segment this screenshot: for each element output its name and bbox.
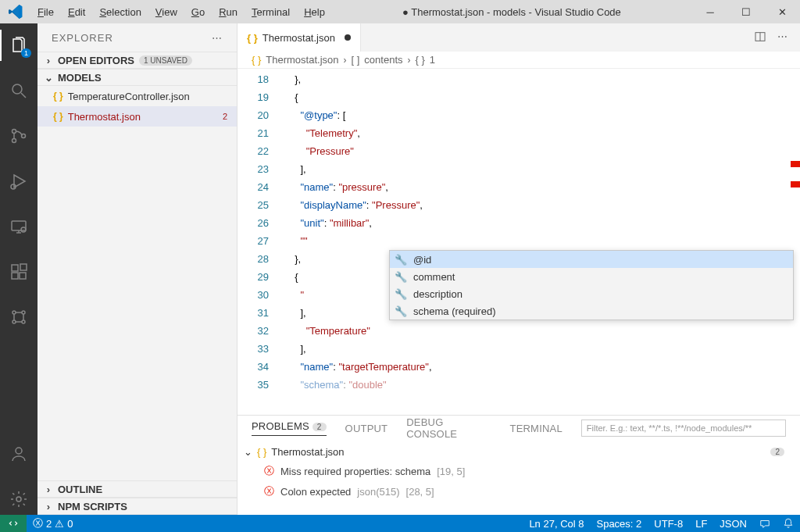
panel: PROBLEMS2 OUTPUT DEBUG CONSOLE TERMINAL … bbox=[238, 415, 800, 515]
svg-point-14 bbox=[22, 320, 25, 323]
svg-point-1 bbox=[12, 130, 16, 134]
more-actions-icon[interactable]: ⋯ bbox=[777, 30, 788, 45]
svg-rect-10 bbox=[20, 264, 27, 270]
window-title: ● Thermostat.json - models - Visual Stud… bbox=[331, 6, 692, 18]
maximize-button[interactable]: ☐ bbox=[728, 0, 764, 23]
json-file-icon: { } bbox=[247, 32, 258, 44]
file-list: { }TemperatureController.json{ }Thermost… bbox=[38, 86, 237, 480]
chevron-right-icon: › bbox=[44, 55, 53, 66]
more-icon[interactable]: ⋯ bbox=[212, 32, 223, 44]
svg-rect-7 bbox=[12, 265, 18, 271]
problems-file-row[interactable]: ⌄ { } Thermostat.json 2 bbox=[244, 442, 794, 461]
svg-point-16 bbox=[16, 497, 21, 502]
menu-edit[interactable]: Edit bbox=[62, 3, 91, 21]
minimize-button[interactable]: ─ bbox=[692, 0, 728, 23]
accounts-icon[interactable] bbox=[0, 438, 38, 470]
editor-tabs: { } Thermostat.json ⋯ bbox=[238, 23, 800, 52]
npm-scripts-section[interactable]: ›NPM SCRIPTS bbox=[38, 498, 237, 515]
explorer-badge: 1 bbox=[21, 48, 31, 58]
status-spaces[interactable]: Spaces: 2 bbox=[590, 518, 648, 530]
status-bell-icon[interactable] bbox=[777, 518, 800, 529]
intellisense-item[interactable]: 🔧@id bbox=[390, 251, 793, 268]
code-editor[interactable]: 181920212223242526272829303132333435 }, … bbox=[238, 69, 800, 415]
folder-section[interactable]: ⌄ MODELS bbox=[38, 69, 237, 86]
tab-problems[interactable]: PROBLEMS2 bbox=[252, 420, 327, 436]
status-eol[interactable]: LF bbox=[689, 518, 713, 530]
menu-help[interactable]: Help bbox=[298, 3, 331, 21]
unsaved-badge: 1 UNSAVED bbox=[139, 55, 192, 66]
svg-rect-9 bbox=[20, 273, 26, 279]
intellisense-item[interactable]: 🔧comment bbox=[390, 268, 793, 285]
wrench-icon: 🔧 bbox=[395, 271, 407, 283]
intellisense-item[interactable]: 🔧description bbox=[390, 285, 793, 302]
custom-dtdl-icon[interactable] bbox=[0, 302, 38, 333]
explorer-title: EXPLORER ⋯ bbox=[38, 23, 237, 52]
status-feedback-icon[interactable] bbox=[753, 518, 777, 529]
file-item[interactable]: { }Thermostat.json2 bbox=[38, 106, 237, 127]
code-content[interactable]: }, { "@type": [ "Telemetry", "Pressure" … bbox=[283, 69, 800, 415]
problems-list: ⌄ { } Thermostat.json 2 ⓧMiss required p… bbox=[238, 441, 800, 515]
menu-run[interactable]: Run bbox=[212, 3, 244, 21]
chevron-down-icon: ⌄ bbox=[44, 72, 53, 84]
open-editors-section[interactable]: › OPEN EDITORS 1 UNSAVED bbox=[38, 52, 237, 69]
menu-selection[interactable]: Selection bbox=[93, 3, 147, 21]
split-editor-icon[interactable] bbox=[754, 30, 766, 45]
error-icon: ⓧ bbox=[264, 464, 274, 478]
remote-explorer-icon[interactable] bbox=[0, 211, 38, 242]
wrench-icon: 🔧 bbox=[395, 254, 407, 266]
chevron-down-icon: ⌄ bbox=[244, 446, 252, 458]
source-control-icon[interactable] bbox=[0, 120, 38, 152]
status-bar: ⓧ 2 ⚠ 0 Ln 27, Col 8 Spaces: 2 UTF-8 LF … bbox=[0, 515, 800, 532]
explorer-sidebar: EXPLORER ⋯ › OPEN EDITORS 1 UNSAVED ⌄ MO… bbox=[38, 23, 238, 515]
activity-bar: 1 bbox=[0, 23, 38, 515]
menu-view[interactable]: View bbox=[149, 3, 184, 21]
svg-point-13 bbox=[22, 311, 25, 314]
menu-go[interactable]: Go bbox=[185, 3, 211, 21]
title-bar: FileEditSelectionViewGoRunTerminalHelp ●… bbox=[0, 0, 800, 23]
status-errors[interactable]: ⓧ 2 ⚠ 0 bbox=[27, 516, 79, 530]
tab-terminal[interactable]: TERMINAL bbox=[510, 423, 562, 434]
panel-tabs: PROBLEMS2 OUTPUT DEBUG CONSOLE TERMINAL … bbox=[238, 416, 800, 441]
editor-area: { } Thermostat.json ⋯ { } Thermostat.jso… bbox=[238, 23, 800, 515]
dirty-indicator-icon bbox=[345, 34, 351, 41]
svg-point-15 bbox=[16, 448, 22, 454]
status-cursor-pos[interactable]: Ln 27, Col 8 bbox=[523, 518, 590, 530]
json-file-icon: { } bbox=[53, 111, 63, 122]
settings-gear-icon[interactable] bbox=[0, 484, 38, 515]
run-debug-icon[interactable] bbox=[0, 166, 38, 197]
json-file-icon: { } bbox=[257, 446, 266, 458]
json-file-icon: { } bbox=[53, 91, 63, 102]
problem-item[interactable]: ⓧMiss required properties: schema[19, 5] bbox=[244, 461, 794, 481]
svg-rect-5 bbox=[12, 221, 26, 230]
vscode-logo bbox=[0, 5, 31, 19]
line-gutter: 181920212223242526272829303132333435 bbox=[238, 69, 283, 415]
json-file-icon: { } bbox=[252, 54, 261, 66]
breadcrumbs[interactable]: { } Thermostat.json › [ ] contents › { }… bbox=[238, 52, 800, 69]
tab-debug-console[interactable]: DEBUG CONSOLE bbox=[406, 416, 491, 440]
search-icon[interactable] bbox=[0, 75, 38, 106]
close-button[interactable]: ✕ bbox=[764, 0, 800, 23]
svg-point-11 bbox=[12, 311, 16, 314]
remote-indicator[interactable] bbox=[0, 515, 27, 532]
extensions-icon[interactable] bbox=[0, 256, 38, 287]
overview-ruler[interactable] bbox=[789, 114, 800, 348]
wrench-icon: 🔧 bbox=[395, 288, 407, 300]
explorer-icon[interactable]: 1 bbox=[0, 30, 38, 61]
intellisense-item[interactable]: 🔧schema (required) bbox=[390, 302, 793, 320]
menu-file[interactable]: File bbox=[31, 3, 60, 21]
svg-rect-8 bbox=[12, 273, 18, 279]
problem-item[interactable]: ⓧColon expectedjson(515)[28, 5] bbox=[244, 481, 794, 502]
error-icon: ⓧ bbox=[264, 484, 274, 498]
file-item[interactable]: { }TemperatureController.json bbox=[38, 86, 237, 106]
outline-section[interactable]: ›OUTLINE bbox=[38, 480, 237, 498]
tab-thermostat[interactable]: { } Thermostat.json bbox=[238, 23, 361, 52]
menu-terminal[interactable]: Terminal bbox=[245, 3, 296, 21]
svg-point-6 bbox=[21, 227, 26, 232]
tab-output[interactable]: OUTPUT bbox=[345, 423, 388, 434]
svg-point-12 bbox=[12, 320, 16, 323]
problems-filter-input[interactable]: Filter. E.g.: text, **/*.ts, !**/node_mo… bbox=[581, 420, 786, 437]
status-language[interactable]: JSON bbox=[713, 518, 753, 530]
status-encoding[interactable]: UTF-8 bbox=[648, 518, 689, 530]
intellisense-popup[interactable]: 🔧@id🔧comment🔧description🔧schema (require… bbox=[389, 250, 794, 320]
wrench-icon: 🔧 bbox=[395, 305, 407, 317]
